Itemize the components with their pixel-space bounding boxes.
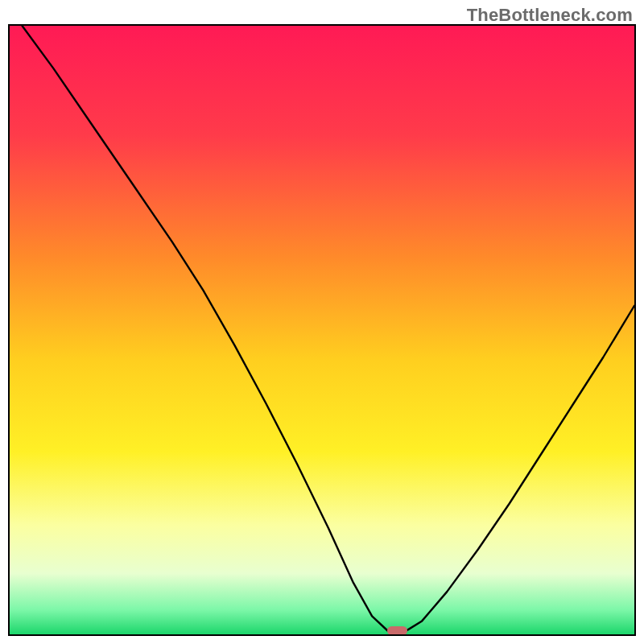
- watermark-text: TheBottleneck.com: [467, 5, 633, 26]
- bottleneck-marker: [387, 626, 407, 635]
- chart-frame: [8, 24, 636, 636]
- chart-plot-area: [10, 26, 634, 634]
- bottleneck-curve-path: [23, 26, 635, 631]
